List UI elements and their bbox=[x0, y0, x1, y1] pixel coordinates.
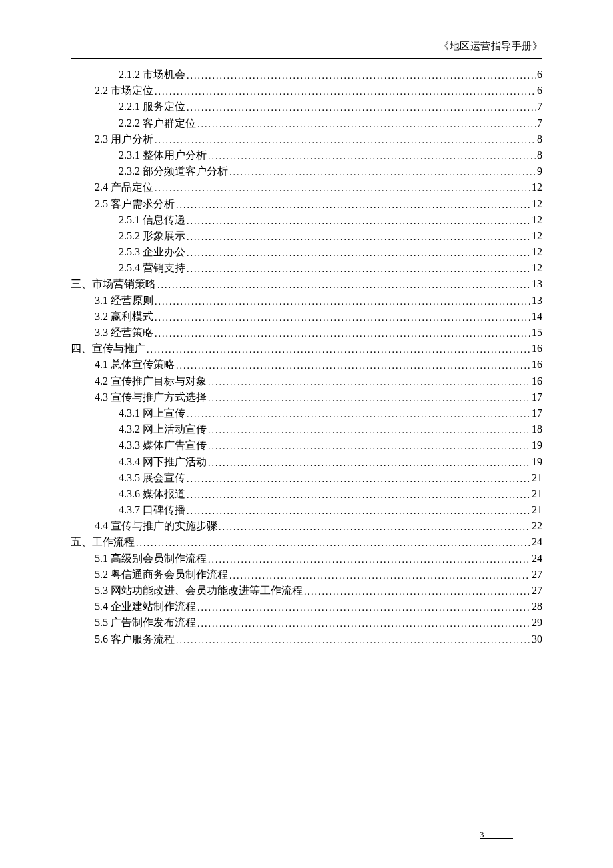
toc-entry: 4.3.4 网下推广活动19 bbox=[71, 457, 542, 467]
toc-entry: 4.3.2 网上活动宣传18 bbox=[71, 424, 542, 435]
toc-leader-dots bbox=[187, 491, 530, 500]
toc-leader-dots bbox=[155, 184, 530, 193]
toc-entry: 5.4 企业建站制作流程28 bbox=[71, 601, 542, 612]
toc-entry-label: 4.1 总体宣传策略 bbox=[95, 359, 175, 370]
toc-entry-label: 2.3 用户分析 bbox=[95, 134, 153, 145]
toc-entry-page: 21 bbox=[532, 473, 542, 483]
toc-entry: 5.3 网站功能改进、会员功能改进等工作流程27 bbox=[71, 585, 542, 596]
toc-entry-page: 12 bbox=[532, 199, 542, 209]
toc-entry-page: 13 bbox=[532, 295, 542, 306]
toc-leader-dots bbox=[219, 523, 530, 532]
toc-entry: 五、工作流程24 bbox=[71, 537, 542, 547]
document-page: 《地区运营指导手册》 2.1.2 市场机会62.2 市场定位62.2.1 服务定… bbox=[0, 0, 613, 868]
toc-leader-dots bbox=[187, 71, 536, 81]
toc-entry-page: 30 bbox=[532, 634, 542, 645]
toc-leader-dots bbox=[155, 87, 536, 97]
toc-entry: 2.5.4 营销支持12 bbox=[71, 263, 542, 273]
toc-entry-label: 2.2.2 客户群定位 bbox=[119, 118, 196, 129]
toc-entry-label: 5.2 粤信通商务会员制作流程 bbox=[95, 569, 228, 580]
toc-entry-label: 2.5.1 信息传递 bbox=[119, 215, 185, 225]
toc-entry-label: 2.2.1 服务定位 bbox=[119, 101, 185, 112]
toc-leader-dots bbox=[197, 120, 536, 129]
toc-leader-dots bbox=[187, 217, 530, 226]
toc-entry-label: 2.5.3 企业办公 bbox=[119, 247, 185, 257]
toc-entry: 2.4 产品定位12 bbox=[71, 182, 542, 193]
toc-entry-page: 16 bbox=[532, 359, 542, 370]
toc-leader-dots bbox=[155, 329, 530, 339]
toc-entry-page: 27 bbox=[532, 569, 542, 580]
table-of-contents: 2.1.2 市场机会62.2 市场定位62.2.1 服务定位72.2.2 客户群… bbox=[71, 69, 542, 645]
toc-entry-label: 4.3.2 网上活动宣传 bbox=[119, 424, 207, 435]
toc-entry: 2.5 客户需求分析12 bbox=[71, 199, 542, 209]
toc-entry-label: 3.2 赢利模式 bbox=[95, 311, 153, 322]
toc-entry-page: 9 bbox=[537, 166, 542, 177]
toc-entry-label: 4.3.6 媒体报道 bbox=[119, 489, 185, 499]
toc-entry-label: 2.5.4 营销支持 bbox=[119, 263, 185, 273]
toc-leader-dots bbox=[157, 281, 530, 290]
toc-leader-dots bbox=[208, 459, 530, 468]
toc-entry-page: 12 bbox=[532, 215, 542, 225]
toc-leader-dots bbox=[229, 571, 530, 581]
toc-leader-dots bbox=[208, 378, 530, 387]
toc-entry-page: 6 bbox=[537, 85, 542, 96]
toc-entry-page: 17 bbox=[532, 392, 542, 403]
toc-entry-page: 8 bbox=[537, 134, 542, 145]
toc-entry-page: 16 bbox=[532, 376, 542, 387]
header-rule bbox=[71, 58, 542, 59]
toc-entry-page: 29 bbox=[532, 617, 542, 628]
toc-entry-label: 2.3.2 部分频道客户分析 bbox=[119, 166, 228, 177]
toc-leader-dots bbox=[176, 636, 530, 645]
toc-entry-label: 5.1 高级别会员制作流程 bbox=[95, 553, 207, 564]
toc-entry: 2.2.2 客户群定位7 bbox=[71, 118, 542, 129]
toc-entry-page: 21 bbox=[532, 505, 542, 515]
header-title: 《地区运营指导手册》 bbox=[71, 40, 542, 53]
toc-entry-label: 4.3.7 口碑传播 bbox=[119, 505, 185, 515]
toc-entry-page: 12 bbox=[532, 263, 542, 273]
toc-entry-page: 12 bbox=[532, 182, 542, 193]
toc-leader-dots bbox=[208, 426, 530, 435]
toc-leader-dots bbox=[187, 410, 530, 419]
toc-entry: 4.3.5 展会宣传21 bbox=[71, 473, 542, 483]
toc-entry-label: 4.3 宣传与推广方式选择 bbox=[95, 392, 207, 403]
toc-entry-label: 2.2 市场定位 bbox=[95, 85, 153, 96]
toc-entry-page: 7 bbox=[537, 118, 542, 129]
toc-entry: 三、市场营销策略13 bbox=[71, 279, 542, 289]
toc-entry-page: 17 bbox=[532, 408, 542, 419]
toc-entry-page: 13 bbox=[532, 279, 542, 289]
toc-entry-label: 2.3.1 整体用户分析 bbox=[119, 150, 207, 161]
toc-leader-dots bbox=[147, 345, 530, 355]
toc-entry: 2.3.1 整体用户分析8 bbox=[71, 150, 542, 161]
toc-leader-dots bbox=[155, 136, 536, 145]
toc-leader-dots bbox=[229, 168, 536, 177]
toc-entry-label: 4.3.1 网上宣传 bbox=[119, 408, 185, 419]
toc-entry-label: 4.2 宣传推广目标与对象 bbox=[95, 376, 207, 387]
toc-entry: 5.2 粤信通商务会员制作流程27 bbox=[71, 569, 542, 580]
toc-leader-dots bbox=[208, 394, 530, 403]
toc-entry-page: 22 bbox=[532, 521, 542, 531]
toc-leader-dots bbox=[187, 249, 530, 258]
toc-entry-label: 5.5 广告制作发布流程 bbox=[95, 617, 196, 628]
toc-entry: 2.3.2 部分频道客户分析9 bbox=[71, 166, 542, 177]
toc-entry-label: 四、宣传与推广 bbox=[71, 343, 145, 354]
toc-leader-dots bbox=[155, 297, 530, 307]
toc-entry-label: 5.6 客户服务流程 bbox=[95, 634, 175, 645]
toc-entry: 4.3.6 媒体报道21 bbox=[71, 489, 542, 499]
toc-entry-label: 4.3.5 展会宣传 bbox=[119, 473, 185, 483]
toc-entry: 2.1.2 市场机会6 bbox=[71, 69, 542, 80]
toc-entry: 5.1 高级别会员制作流程24 bbox=[71, 553, 542, 564]
toc-entry-label: 2.4 产品定位 bbox=[95, 182, 153, 193]
toc-entry: 4.1 总体宣传策略16 bbox=[71, 359, 542, 370]
page-footer: 3 bbox=[480, 829, 513, 839]
toc-leader-dots bbox=[208, 555, 530, 565]
toc-entry-label: 4.4 宣传与推广的实施步骤 bbox=[95, 521, 217, 531]
toc-entry: 4.3 宣传与推广方式选择17 bbox=[71, 392, 542, 403]
toc-leader-dots bbox=[187, 233, 530, 242]
toc-leader-dots bbox=[208, 152, 536, 161]
toc-entry-label: 3.3 经营策略 bbox=[95, 327, 153, 338]
toc-entry-label: 4.3.4 网下推广活动 bbox=[119, 457, 207, 467]
toc-leader-dots bbox=[304, 587, 530, 597]
toc-entry-label: 2.5.2 形象展示 bbox=[119, 231, 185, 241]
toc-entry: 2.2 市场定位6 bbox=[71, 85, 542, 96]
toc-entry-label: 2.5 客户需求分析 bbox=[95, 199, 175, 209]
toc-leader-dots bbox=[197, 603, 530, 613]
